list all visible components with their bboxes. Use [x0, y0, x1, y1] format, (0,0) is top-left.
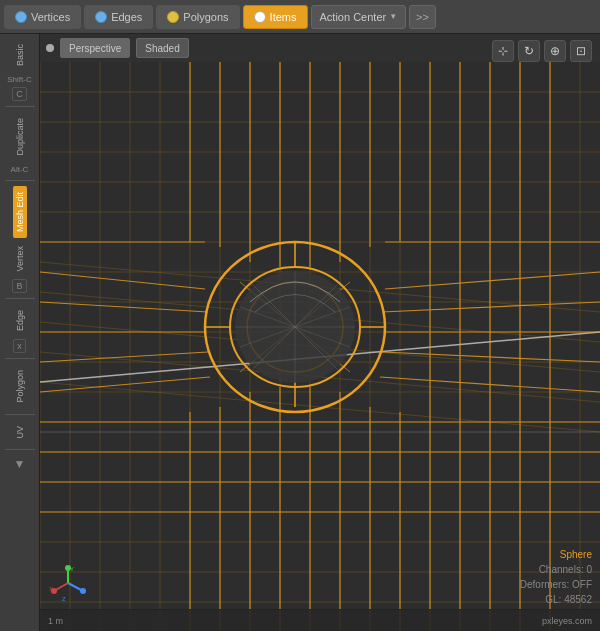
action-center-dropdown-icon: ▼ [389, 12, 397, 21]
perspective-button[interactable]: Perspective [60, 38, 130, 58]
channels-info: Channels: 0 [520, 562, 592, 577]
items-label: Items [270, 11, 297, 23]
viewport-controls: ⊹ ↻ ⊕ ⊡ [492, 40, 592, 62]
main-area: Basic Shift-C C Duplicate Alt-C Mesh Edi… [0, 34, 600, 631]
items-icon [254, 11, 266, 23]
viewport-gizmo: Z Y X [48, 563, 88, 603]
sidebar-b-key[interactable]: B [12, 279, 26, 293]
edges-label: Edges [111, 11, 142, 23]
sidebar-vertex[interactable]: Vertex [13, 240, 27, 278]
left-sidebar: Basic Shift-C C Duplicate Alt-C Mesh Edi… [0, 34, 40, 631]
3d-viewport-canvas [40, 62, 600, 631]
vertices-icon [15, 11, 27, 23]
info-overlay: Sphere Channels: 0 Deformers: OFF GL: 48… [520, 547, 592, 607]
sidebar-x-key[interactable]: x [13, 339, 26, 353]
sidebar-divider-3 [5, 298, 35, 299]
items-button[interactable]: Items [243, 5, 308, 29]
sidebar-mesh-edit[interactable]: Mesh Edit [13, 186, 27, 238]
action-center-button[interactable]: Action Center ▼ [311, 5, 407, 29]
polygons-button[interactable]: Polygons [156, 5, 239, 29]
viewport-dot [46, 44, 54, 52]
sidebar-shift-c: Shift-C [5, 74, 33, 85]
rotate-view-button[interactable]: ↻ [518, 40, 540, 62]
vertices-label: Vertices [31, 11, 70, 23]
sidebar-alt-c: Alt-C [9, 164, 31, 175]
sphere-info: Sphere [520, 547, 592, 562]
brand-label: pxleyes.com [542, 616, 592, 626]
scale-label: 1 m [48, 616, 63, 626]
gl-info: GL: 48562 [520, 592, 592, 607]
main-toolbar: Vertices Edges Polygons Items Action Cen… [0, 0, 600, 34]
sidebar-uv[interactable]: UV [13, 420, 27, 445]
action-center-label: Action Center [320, 11, 387, 23]
sidebar-divider-1 [5, 106, 35, 107]
viewport[interactable]: Perspective Shaded ⊹ ↻ ⊕ ⊡ [40, 34, 600, 631]
shaded-button[interactable]: Shaded [136, 38, 188, 58]
polygons-icon [167, 11, 179, 23]
perspective-label: Perspective [69, 43, 121, 54]
shaded-label: Shaded [145, 43, 179, 54]
svg-text:Y: Y [70, 566, 74, 572]
zoom-view-button[interactable]: ⊕ [544, 40, 566, 62]
maximize-view-button[interactable]: ⊡ [570, 40, 592, 62]
sidebar-edge[interactable]: Edge [13, 304, 27, 337]
svg-text:Z: Z [62, 596, 66, 602]
sidebar-duplicate[interactable]: Duplicate [13, 112, 27, 162]
edges-button[interactable]: Edges [84, 5, 153, 29]
polygons-label: Polygons [183, 11, 228, 23]
sidebar-divider-2 [5, 180, 35, 181]
sidebar-arrow[interactable]: ▼ [12, 455, 28, 473]
expand-label: >> [416, 11, 429, 23]
sidebar-divider-5 [5, 414, 35, 415]
move-view-button[interactable]: ⊹ [492, 40, 514, 62]
sidebar-basic[interactable]: Basic [13, 38, 27, 72]
expand-button[interactable]: >> [409, 5, 436, 29]
viewport-bottom-bar: 1 m pxleyes.com [40, 609, 600, 631]
sidebar-polygon[interactable]: Polygon [13, 364, 27, 409]
sidebar-divider-4 [5, 358, 35, 359]
svg-text:X: X [49, 586, 53, 592]
sidebar-divider-6 [5, 449, 35, 450]
vertices-button[interactable]: Vertices [4, 5, 81, 29]
sidebar-c-key[interactable]: C [12, 87, 27, 101]
svg-point-101 [80, 588, 86, 594]
deformers-info: Deformers: OFF [520, 577, 592, 592]
edges-icon [95, 11, 107, 23]
